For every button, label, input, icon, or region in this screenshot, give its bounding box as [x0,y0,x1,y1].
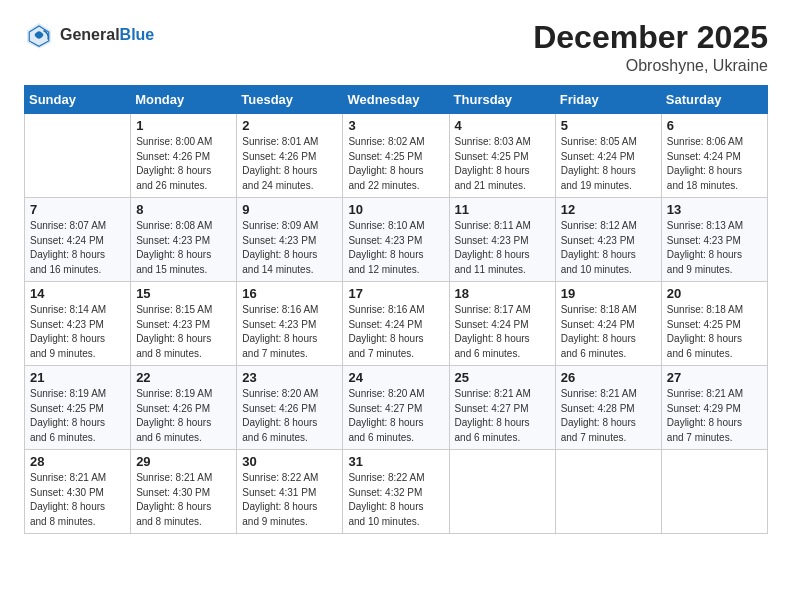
calendar-cell: 16Sunrise: 8:16 AM Sunset: 4:23 PM Dayli… [237,282,343,366]
calendar-cell: 28Sunrise: 8:21 AM Sunset: 4:30 PM Dayli… [25,450,131,534]
logo-general: General [60,26,120,44]
day-info: Sunrise: 8:21 AM Sunset: 4:28 PM Dayligh… [561,387,656,445]
calendar-week-4: 21Sunrise: 8:19 AM Sunset: 4:25 PM Dayli… [25,366,768,450]
calendar-week-5: 28Sunrise: 8:21 AM Sunset: 4:30 PM Dayli… [25,450,768,534]
day-info: Sunrise: 8:21 AM Sunset: 4:27 PM Dayligh… [455,387,550,445]
day-info: Sunrise: 8:20 AM Sunset: 4:26 PM Dayligh… [242,387,337,445]
day-number: 7 [30,202,125,217]
calendar-cell: 12Sunrise: 8:12 AM Sunset: 4:23 PM Dayli… [555,198,661,282]
logo-text: GeneralBlue [60,26,154,44]
day-info: Sunrise: 8:05 AM Sunset: 4:24 PM Dayligh… [561,135,656,193]
calendar-cell: 30Sunrise: 8:22 AM Sunset: 4:31 PM Dayli… [237,450,343,534]
day-info: Sunrise: 8:07 AM Sunset: 4:24 PM Dayligh… [30,219,125,277]
day-info: Sunrise: 8:19 AM Sunset: 4:26 PM Dayligh… [136,387,231,445]
calendar-cell: 17Sunrise: 8:16 AM Sunset: 4:24 PM Dayli… [343,282,449,366]
day-info: Sunrise: 8:22 AM Sunset: 4:32 PM Dayligh… [348,471,443,529]
title-block: December 2025 Obroshyne, Ukraine [533,20,768,75]
calendar-cell: 15Sunrise: 8:15 AM Sunset: 4:23 PM Dayli… [131,282,237,366]
day-number: 9 [242,202,337,217]
day-info: Sunrise: 8:22 AM Sunset: 4:31 PM Dayligh… [242,471,337,529]
page: GeneralBlue December 2025 Obroshyne, Ukr… [0,0,792,612]
calendar-cell: 3Sunrise: 8:02 AM Sunset: 4:25 PM Daylig… [343,114,449,198]
day-info: Sunrise: 8:09 AM Sunset: 4:23 PM Dayligh… [242,219,337,277]
calendar-cell [25,114,131,198]
day-number: 29 [136,454,231,469]
weekday-header-wednesday: Wednesday [343,86,449,114]
day-info: Sunrise: 8:21 AM Sunset: 4:29 PM Dayligh… [667,387,762,445]
day-info: Sunrise: 8:12 AM Sunset: 4:23 PM Dayligh… [561,219,656,277]
day-info: Sunrise: 8:01 AM Sunset: 4:26 PM Dayligh… [242,135,337,193]
day-info: Sunrise: 8:15 AM Sunset: 4:23 PM Dayligh… [136,303,231,361]
calendar-cell: 4Sunrise: 8:03 AM Sunset: 4:25 PM Daylig… [449,114,555,198]
day-info: Sunrise: 8:10 AM Sunset: 4:23 PM Dayligh… [348,219,443,277]
day-info: Sunrise: 8:00 AM Sunset: 4:26 PM Dayligh… [136,135,231,193]
calendar-cell: 22Sunrise: 8:19 AM Sunset: 4:26 PM Dayli… [131,366,237,450]
calendar-week-3: 14Sunrise: 8:14 AM Sunset: 4:23 PM Dayli… [25,282,768,366]
logo-blue: Blue [120,26,155,44]
calendar-cell: 6Sunrise: 8:06 AM Sunset: 4:24 PM Daylig… [661,114,767,198]
day-info: Sunrise: 8:21 AM Sunset: 4:30 PM Dayligh… [136,471,231,529]
calendar-cell: 26Sunrise: 8:21 AM Sunset: 4:28 PM Dayli… [555,366,661,450]
calendar-cell: 19Sunrise: 8:18 AM Sunset: 4:24 PM Dayli… [555,282,661,366]
day-info: Sunrise: 8:19 AM Sunset: 4:25 PM Dayligh… [30,387,125,445]
calendar-cell: 18Sunrise: 8:17 AM Sunset: 4:24 PM Dayli… [449,282,555,366]
day-number: 21 [30,370,125,385]
weekday-header-thursday: Thursday [449,86,555,114]
day-info: Sunrise: 8:14 AM Sunset: 4:23 PM Dayligh… [30,303,125,361]
day-number: 13 [667,202,762,217]
day-number: 15 [136,286,231,301]
day-info: Sunrise: 8:18 AM Sunset: 4:25 PM Dayligh… [667,303,762,361]
calendar-cell: 11Sunrise: 8:11 AM Sunset: 4:23 PM Dayli… [449,198,555,282]
day-number: 12 [561,202,656,217]
calendar-cell: 5Sunrise: 8:05 AM Sunset: 4:24 PM Daylig… [555,114,661,198]
day-info: Sunrise: 8:16 AM Sunset: 4:24 PM Dayligh… [348,303,443,361]
day-info: Sunrise: 8:13 AM Sunset: 4:23 PM Dayligh… [667,219,762,277]
calendar-cell: 8Sunrise: 8:08 AM Sunset: 4:23 PM Daylig… [131,198,237,282]
calendar-cell: 31Sunrise: 8:22 AM Sunset: 4:32 PM Dayli… [343,450,449,534]
logo: GeneralBlue [24,20,154,50]
calendar-cell: 27Sunrise: 8:21 AM Sunset: 4:29 PM Dayli… [661,366,767,450]
calendar-cell: 9Sunrise: 8:09 AM Sunset: 4:23 PM Daylig… [237,198,343,282]
day-number: 17 [348,286,443,301]
day-number: 28 [30,454,125,469]
calendar-week-1: 1Sunrise: 8:00 AM Sunset: 4:26 PM Daylig… [25,114,768,198]
calendar-cell [555,450,661,534]
calendar-cell: 10Sunrise: 8:10 AM Sunset: 4:23 PM Dayli… [343,198,449,282]
calendar-cell: 29Sunrise: 8:21 AM Sunset: 4:30 PM Dayli… [131,450,237,534]
day-number: 24 [348,370,443,385]
logo-icon [24,20,54,50]
day-info: Sunrise: 8:17 AM Sunset: 4:24 PM Dayligh… [455,303,550,361]
location-subtitle: Obroshyne, Ukraine [533,57,768,75]
day-number: 30 [242,454,337,469]
day-number: 11 [455,202,550,217]
day-info: Sunrise: 8:16 AM Sunset: 4:23 PM Dayligh… [242,303,337,361]
calendar-cell: 20Sunrise: 8:18 AM Sunset: 4:25 PM Dayli… [661,282,767,366]
calendar-week-2: 7Sunrise: 8:07 AM Sunset: 4:24 PM Daylig… [25,198,768,282]
calendar-cell: 2Sunrise: 8:01 AM Sunset: 4:26 PM Daylig… [237,114,343,198]
calendar-cell: 7Sunrise: 8:07 AM Sunset: 4:24 PM Daylig… [25,198,131,282]
weekday-header-monday: Monday [131,86,237,114]
day-info: Sunrise: 8:06 AM Sunset: 4:24 PM Dayligh… [667,135,762,193]
day-info: Sunrise: 8:21 AM Sunset: 4:30 PM Dayligh… [30,471,125,529]
day-number: 10 [348,202,443,217]
calendar-cell: 14Sunrise: 8:14 AM Sunset: 4:23 PM Dayli… [25,282,131,366]
day-number: 3 [348,118,443,133]
calendar-cell: 13Sunrise: 8:13 AM Sunset: 4:23 PM Dayli… [661,198,767,282]
day-number: 31 [348,454,443,469]
weekday-header-sunday: Sunday [25,86,131,114]
day-number: 5 [561,118,656,133]
day-info: Sunrise: 8:20 AM Sunset: 4:27 PM Dayligh… [348,387,443,445]
weekday-header-tuesday: Tuesday [237,86,343,114]
day-number: 14 [30,286,125,301]
weekday-header-row: SundayMondayTuesdayWednesdayThursdayFrid… [25,86,768,114]
day-info: Sunrise: 8:18 AM Sunset: 4:24 PM Dayligh… [561,303,656,361]
calendar-cell [449,450,555,534]
day-number: 27 [667,370,762,385]
weekday-header-friday: Friday [555,86,661,114]
day-number: 6 [667,118,762,133]
header: GeneralBlue December 2025 Obroshyne, Ukr… [24,20,768,75]
day-number: 4 [455,118,550,133]
day-number: 18 [455,286,550,301]
day-number: 2 [242,118,337,133]
day-number: 19 [561,286,656,301]
